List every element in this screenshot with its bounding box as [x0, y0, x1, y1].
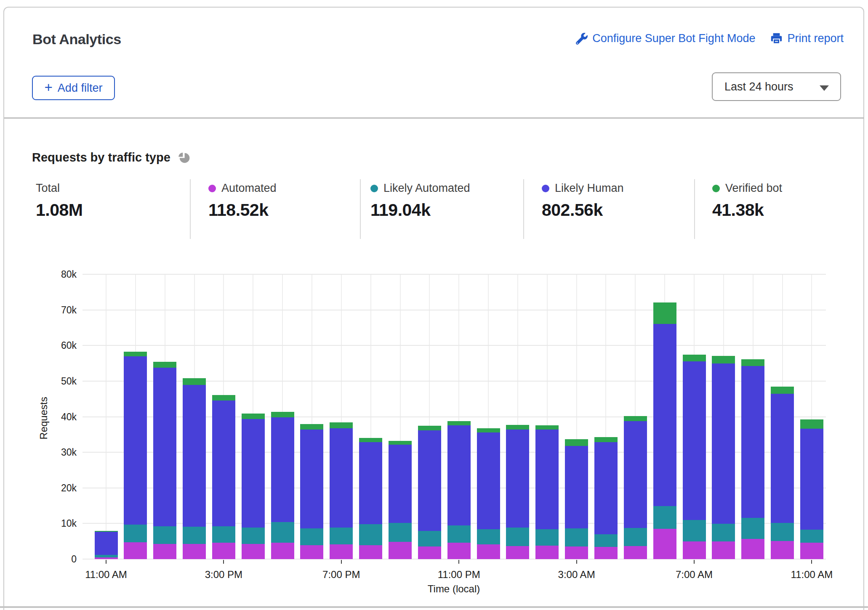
bar-segment-likely-automated[interactable] — [242, 528, 265, 544]
bar-segment-likely-human[interactable] — [594, 442, 618, 534]
bar-segment-verified-bot[interactable] — [271, 412, 294, 418]
bar-segment-automated[interactable] — [624, 546, 647, 559]
bar-segment-likely-automated[interactable] — [653, 506, 676, 529]
bar-segment-likely-human[interactable] — [741, 366, 764, 518]
bar-segment-verified-bot[interactable] — [712, 356, 735, 363]
bar-segment-automated[interactable] — [153, 544, 176, 559]
bar-segment-automated[interactable] — [712, 541, 735, 559]
bar-segment-verified-bot[interactable] — [624, 416, 647, 421]
bar-segment-likely-human[interactable] — [624, 421, 647, 528]
bar-segment-automated[interactable] — [418, 546, 441, 559]
bar-segment-likely-human[interactable] — [683, 361, 706, 520]
bar-segment-likely-human[interactable] — [271, 417, 294, 522]
bar-segment-verified-bot[interactable] — [741, 359, 764, 366]
bar-segment-verified-bot[interactable] — [683, 355, 706, 361]
bar-segment-verified-bot[interactable] — [535, 425, 559, 430]
bar-segment-likely-automated[interactable] — [771, 523, 794, 541]
bar-segment-verified-bot[interactable] — [477, 428, 500, 432]
bar-segment-verified-bot[interactable] — [800, 419, 823, 429]
bar-segment-verified-bot[interactable] — [506, 425, 529, 430]
bar-segment-automated[interactable] — [741, 539, 764, 559]
bar-segment-likely-automated[interactable] — [330, 528, 353, 545]
bar-segment-likely-automated[interactable] — [153, 526, 176, 544]
bar-segment-verified-bot[interactable] — [565, 439, 588, 446]
bar-segment-automated[interactable] — [653, 529, 676, 559]
bar-segment-verified-bot[interactable] — [153, 362, 176, 368]
bar-segment-verified-bot[interactable] — [594, 437, 618, 442]
bar-segment-automated[interactable] — [594, 547, 618, 559]
bar-segment-automated[interactable] — [95, 557, 118, 559]
bar-segment-automated[interactable] — [242, 544, 265, 559]
bar-segment-verified-bot[interactable] — [212, 395, 235, 400]
bar-segment-likely-human[interactable] — [330, 428, 353, 528]
bar-segment-likely-automated[interactable] — [800, 530, 823, 543]
bar-segment-likely-human[interactable] — [300, 430, 323, 528]
bar-segment-likely-automated[interactable] — [712, 524, 735, 541]
bar-segment-likely-automated[interactable] — [95, 555, 118, 557]
bar-segment-automated[interactable] — [212, 543, 235, 559]
bar-segment-likely-human[interactable] — [418, 430, 441, 531]
bar-segment-automated[interactable] — [359, 545, 382, 559]
bar-segment-automated[interactable] — [565, 546, 588, 559]
bar-segment-likely-automated[interactable] — [624, 528, 647, 546]
bar-segment-likely-human[interactable] — [95, 532, 118, 555]
bar-segment-verified-bot[interactable] — [359, 438, 382, 442]
bar-segment-likely-automated[interactable] — [300, 528, 323, 545]
bar-segment-likely-human[interactable] — [653, 324, 676, 506]
bar-segment-likely-human[interactable] — [565, 446, 588, 528]
bar-segment-automated[interactable] — [477, 544, 500, 559]
bar-segment-likely-human[interactable] — [477, 432, 500, 529]
bar-segment-verified-bot[interactable] — [300, 424, 323, 430]
bar-segment-likely-automated[interactable] — [183, 527, 206, 544]
bar-segment-automated[interactable] — [389, 542, 412, 559]
bar-segment-verified-bot[interactable] — [447, 421, 471, 425]
bar-segment-likely-human[interactable] — [800, 429, 823, 529]
bar-segment-automated[interactable] — [124, 542, 147, 559]
bar-segment-likely-automated[interactable] — [594, 534, 618, 547]
bar-segment-verified-bot[interactable] — [183, 378, 206, 385]
bar-segment-automated[interactable] — [330, 544, 353, 559]
bar-segment-likely-human[interactable] — [447, 425, 471, 526]
bar-segment-likely-human[interactable] — [124, 356, 147, 525]
bar-segment-automated[interactable] — [535, 546, 559, 559]
bar-segment-likely-automated[interactable] — [683, 520, 706, 541]
bar-segment-verified-bot[interactable] — [124, 352, 147, 356]
bar-segment-verified-bot[interactable] — [653, 302, 676, 324]
bar-segment-automated[interactable] — [506, 546, 529, 559]
bar-segment-likely-human[interactable] — [535, 430, 559, 529]
bar-segment-likely-automated[interactable] — [477, 529, 500, 544]
bar-segment-likely-human[interactable] — [771, 394, 794, 523]
bar-segment-likely-automated[interactable] — [565, 528, 588, 546]
bar-segment-likely-automated[interactable] — [271, 522, 294, 543]
bar-segment-automated[interactable] — [771, 541, 794, 559]
bar-segment-automated[interactable] — [183, 544, 206, 559]
bar-segment-verified-bot[interactable] — [771, 387, 794, 394]
bar-segment-automated[interactable] — [683, 541, 706, 559]
bar-segment-verified-bot[interactable] — [95, 531, 118, 532]
bar-segment-likely-automated[interactable] — [124, 525, 147, 542]
bar-segment-likely-human[interactable] — [712, 363, 735, 524]
bar-segment-likely-human[interactable] — [506, 430, 529, 528]
bar-segment-likely-automated[interactable] — [741, 518, 764, 539]
bar-segment-likely-human[interactable] — [242, 419, 265, 528]
bar-segment-likely-automated[interactable] — [212, 526, 235, 543]
bar-segment-automated[interactable] — [271, 543, 294, 559]
bar-segment-verified-bot[interactable] — [389, 441, 412, 445]
bar-segment-likely-automated[interactable] — [447, 525, 471, 543]
bar-segment-likely-human[interactable] — [153, 368, 176, 526]
bar-segment-likely-human[interactable] — [359, 442, 382, 524]
bar-segment-likely-human[interactable] — [183, 385, 206, 527]
bar-segment-likely-human[interactable] — [389, 445, 412, 523]
bar-segment-verified-bot[interactable] — [242, 414, 265, 419]
bar-segment-automated[interactable] — [300, 545, 323, 559]
bar-segment-likely-automated[interactable] — [389, 523, 412, 542]
bar-segment-likely-automated[interactable] — [359, 524, 382, 545]
bar-segment-likely-automated[interactable] — [535, 529, 559, 546]
bar-segment-likely-automated[interactable] — [506, 528, 529, 546]
bar-segment-likely-automated[interactable] — [418, 531, 441, 546]
bar-segment-likely-human[interactable] — [212, 400, 235, 526]
bar-segment-verified-bot[interactable] — [330, 422, 353, 428]
bar-segment-verified-bot[interactable] — [418, 426, 441, 430]
bar-segment-automated[interactable] — [447, 543, 471, 559]
bar-segment-automated[interactable] — [800, 543, 823, 559]
